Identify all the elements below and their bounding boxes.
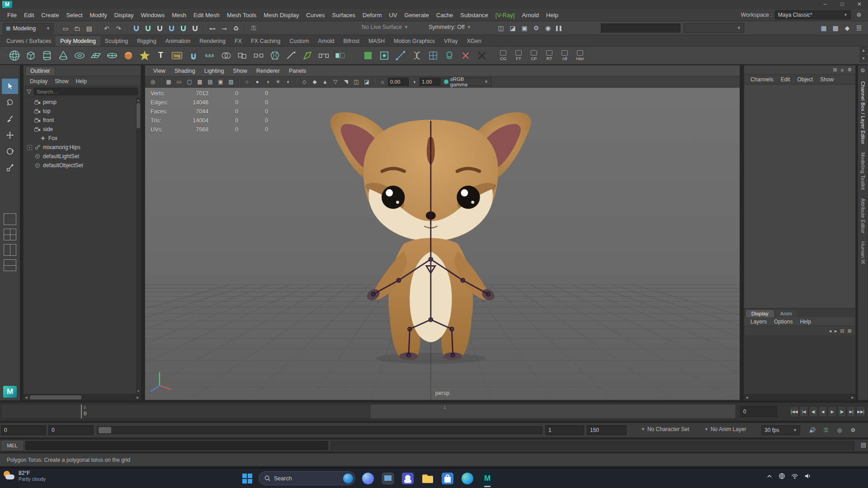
pause-viewport-icon[interactable]: ▌▌	[554, 23, 565, 33]
scrollbar-thumb[interactable]	[137, 103, 140, 128]
snap-to-grid-icon[interactable]	[131, 23, 142, 34]
menu-set-dropdown[interactable]: ▦ Modeling ▼	[3, 23, 53, 34]
menu-generate[interactable]: Generate	[401, 12, 433, 19]
quad-draw-button[interactable]	[300, 48, 315, 63]
menu-windows[interactable]: Windows	[137, 12, 168, 19]
resolution-gate-icon[interactable]: ▢	[184, 77, 194, 86]
scroll-right-icon[interactable]: ▶	[850, 394, 855, 400]
new-scene-icon[interactable]: ▭	[60, 23, 71, 34]
filter-icon[interactable]	[26, 89, 32, 94]
shelf-menu-down-icon[interactable]: ▼	[860, 55, 867, 62]
use-all-lights-icon[interactable]: ☀	[273, 77, 283, 86]
outliner-item-top[interactable]: top	[24, 107, 136, 116]
sidebar-tab-modeling-toolkit[interactable]: Modeling Toolkit	[860, 148, 866, 194]
viewport-menu-lighting[interactable]: Lighting	[200, 68, 229, 74]
isolate-select-icon[interactable]: ◥	[341, 77, 351, 86]
shelf-tab-rigging[interactable]: Rigging	[132, 36, 160, 46]
channel-slider-icon[interactable]: ⊞	[833, 67, 837, 73]
grid-icon[interactable]: ▦	[164, 77, 174, 86]
shelf-tab-rendering[interactable]: Rendering	[195, 36, 230, 46]
network-icon[interactable]	[778, 473, 785, 479]
sculpt-tool-button[interactable]	[121, 48, 136, 63]
outliner-item-persp[interactable]: persp	[24, 98, 136, 107]
outliner-menu-show[interactable]: Show	[51, 78, 72, 84]
make-live-icon[interactable]	[189, 23, 200, 34]
scrollbar-thumb[interactable]	[30, 395, 81, 399]
poly-cube-button[interactable]	[23, 48, 38, 63]
snap-to-view-plane-icon[interactable]	[178, 23, 189, 34]
shelf-tab-motion-graphics[interactable]: Motion Graphics	[389, 36, 439, 46]
gamma-dropdown[interactable]: sRGB gamma ▼	[441, 78, 491, 86]
mirror-button[interactable]	[332, 48, 347, 63]
shelf-tab-fx[interactable]: FX	[230, 36, 246, 46]
contrast-field[interactable]: 1.00	[420, 78, 440, 86]
toolkit-symmetry-icon[interactable]	[409, 48, 424, 63]
taskbar-app-store[interactable]	[439, 469, 457, 488]
workspace-gear-icon[interactable]: ⚙	[854, 9, 864, 20]
render-view-icon[interactable]: ◫	[495, 23, 506, 33]
shelf-tab-mash[interactable]: MASH	[364, 36, 389, 46]
step-forward-key-button[interactable]: ▶|	[847, 406, 856, 417]
play-forwards-button[interactable]: ▶	[828, 406, 837, 417]
viewport-menu-panels[interactable]: Panels	[284, 68, 311, 74]
current-time-field[interactable]: 0	[740, 406, 777, 417]
workspace-dropdown[interactable]: Maya Classic* ▼	[775, 10, 851, 19]
shelf-tab-curves-surfaces[interactable]: Curves / Surfaces	[2, 36, 56, 46]
channel-speed-icon[interactable]: ≡	[841, 67, 844, 73]
viewport-menu-view[interactable]: View	[149, 68, 170, 74]
menu-display[interactable]: Display	[111, 12, 137, 19]
undo-icon[interactable]: ↶	[101, 23, 112, 34]
range-slider-handle[interactable]	[99, 427, 111, 433]
combine-button[interactable]	[235, 48, 250, 63]
play-backwards-button[interactable]: ◀	[818, 406, 827, 417]
mask-rt-button[interactable]: RT	[543, 50, 556, 61]
shelf-tab-poly-modeling[interactable]: Poly Modeling	[56, 36, 100, 46]
sidebar-tab-attribute-editor[interactable]: Attribute Editor	[860, 194, 866, 238]
menu-vray[interactable]: [V-Ray]	[492, 12, 519, 19]
auto-key-icon[interactable]: ⚿	[821, 426, 831, 435]
script-editor-icon[interactable]: ▤	[861, 441, 866, 448]
command-language-button[interactable]: MEL	[2, 441, 23, 450]
shelf-tab-bifrost[interactable]: Bifrost	[339, 36, 363, 46]
audio-icon[interactable]: 🔊	[807, 426, 817, 435]
select-tool-button[interactable]	[2, 79, 18, 94]
maximize-button[interactable]: □	[834, 0, 851, 9]
scroll-right-icon[interactable]: ▶	[135, 394, 141, 400]
taskbar-app-desktop[interactable]	[379, 469, 397, 488]
render-settings-icon[interactable]: ⚙	[531, 23, 542, 33]
expand-icon[interactable]: +	[27, 145, 32, 150]
safe-title-icon[interactable]: ▨	[226, 77, 236, 86]
paint-select-tool-button[interactable]	[2, 111, 18, 127]
taskbar-app-file-explorer[interactable]	[419, 469, 437, 488]
shelf-tab-vray[interactable]: VRay	[439, 36, 462, 46]
svg-tool-button[interactable]: svg	[170, 48, 184, 63]
bevel-button[interactable]	[267, 48, 282, 63]
volume-icon[interactable]	[804, 473, 811, 479]
multisample-icon[interactable]: ▲	[320, 77, 330, 86]
render-layer-dropdown[interactable]: ▼	[684, 23, 744, 33]
curve-precision-icon[interactable]: ▩	[830, 23, 841, 33]
command-input[interactable]	[25, 441, 328, 450]
menu-select[interactable]: Select	[62, 12, 86, 19]
rotate-tool-button[interactable]	[2, 144, 18, 159]
shelf-menu-up-icon[interactable]: ▲	[860, 47, 867, 54]
taskbar-app-copilot[interactable]	[359, 469, 377, 488]
shelf-tab-xgen[interactable]: XGen	[462, 36, 486, 46]
output-connections-icon[interactable]: ⊸	[219, 23, 230, 34]
tab-anim-layers[interactable]: Anim	[775, 310, 797, 317]
minimize-button[interactable]: –	[816, 0, 834, 9]
viewport-canvas[interactable]: Verts:701200 Edges:1404600 Faces:704400 …	[145, 88, 740, 400]
scroll-up-icon[interactable]: ▲	[136, 98, 141, 103]
layout-persp-outliner-button[interactable]	[4, 259, 16, 271]
channel-menu-show[interactable]: Show	[816, 76, 837, 83]
playback-start-field[interactable]: 0	[48, 425, 94, 435]
anim-preferences-icon[interactable]: ⚙	[848, 426, 858, 435]
sidebar-gear-icon[interactable]: ⚙	[860, 67, 865, 74]
scale-tool-button[interactable]	[2, 160, 18, 175]
shelf-handle-icon[interactable]: ⋮⋮	[2, 54, 5, 57]
exposure-field[interactable]: 0.00	[388, 78, 409, 86]
smooth-shade-icon[interactable]: ●	[252, 77, 262, 86]
outliner-item-front[interactable]: front	[24, 116, 136, 125]
time-slider-track[interactable]: 0 0 1	[1, 404, 736, 419]
boolean-button[interactable]	[218, 48, 233, 63]
